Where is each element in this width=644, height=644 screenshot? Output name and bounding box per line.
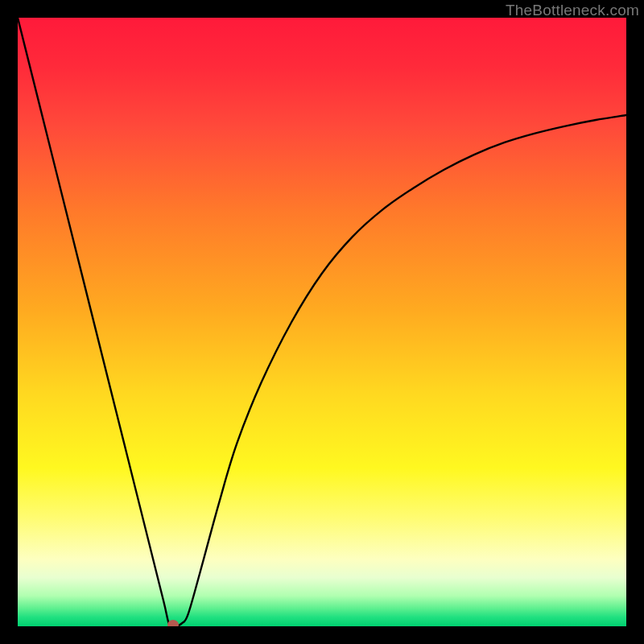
curve-svg: [18, 18, 626, 626]
optimum-marker: [167, 620, 179, 626]
bottleneck-curve: [18, 18, 626, 626]
attribution-label: TheBottleneck.com: [506, 2, 639, 19]
plot-area: [18, 18, 626, 626]
chart-frame: TheBottleneck.com: [0, 0, 644, 644]
